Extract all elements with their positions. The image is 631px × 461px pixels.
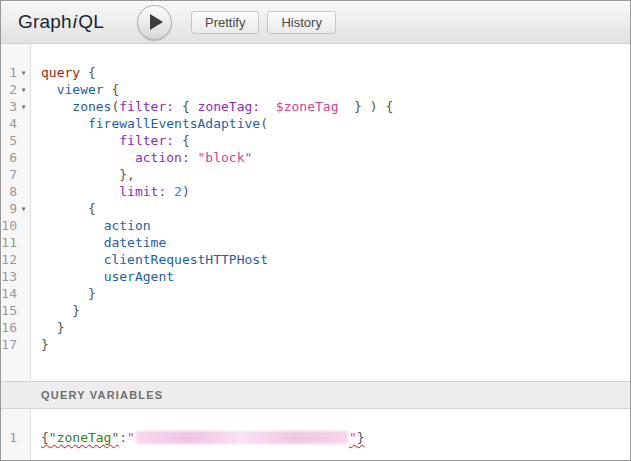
prettify-button[interactable]: Prettify: [191, 11, 259, 34]
fold-spacer: [17, 115, 30, 132]
line-number: 15: [1, 302, 17, 319]
line-number: 1: [1, 429, 17, 446]
code-token: [41, 133, 119, 148]
gutter-row: 5: [1, 132, 30, 149]
code-line: firewallEventsAdaptive(: [41, 115, 630, 132]
code-token: ): [182, 184, 190, 199]
variables-editor-code[interactable]: {"zoneTag":""}: [31, 409, 630, 460]
fold-spacer: [17, 336, 30, 353]
code-token: [41, 150, 135, 165]
fold-spacer: [17, 183, 30, 200]
code-token: :: [119, 430, 127, 445]
graphiql-logo: GraphiQL: [18, 11, 104, 33]
code-token: [41, 201, 88, 216]
fold-arrow-icon[interactable]: ▾: [17, 98, 30, 115]
fold-spacer: [17, 132, 30, 149]
gutter-row: 2▾: [1, 81, 30, 98]
fold-spacer: [17, 302, 30, 319]
code-token: clientRequestHTTPHost: [104, 252, 268, 267]
code-token: query: [41, 65, 80, 80]
query-editor[interactable]: 1▾2▾3▾456789▾1011121314151617 query { vi…: [1, 44, 630, 381]
line-number: 7: [1, 166, 17, 183]
gutter-row: 4: [1, 115, 30, 132]
code-token: }: [41, 320, 64, 335]
gutter-row: 8: [1, 183, 30, 200]
code-token: action: [104, 218, 151, 233]
gutter-row: 9▾: [1, 200, 30, 217]
variables-editor[interactable]: 1 {"zoneTag":""}: [1, 409, 630, 460]
code-token: {: [88, 201, 96, 216]
line-number: 12: [1, 251, 17, 268]
code-token: }: [357, 430, 365, 445]
code-token: }: [41, 303, 80, 318]
graphiql-window: GraphiQL Prettify History 1▾2▾3▾456789▾1…: [0, 0, 631, 461]
play-icon: [150, 14, 163, 30]
gutter-row: 11: [1, 234, 30, 251]
fold-spacer: [17, 429, 30, 446]
code-token: filter:: [119, 133, 174, 148]
query-editor-code[interactable]: query { viewer { zones(filter: { zoneTag…: [31, 44, 630, 381]
query-editor-gutter: 1▾2▾3▾456789▾1011121314151617: [1, 44, 31, 381]
code-token: limit:: [119, 184, 166, 199]
fold-spacer: [17, 319, 30, 336]
fold-spacer: [17, 251, 30, 268]
code-token: [41, 167, 119, 182]
fold-spacer: [17, 234, 30, 251]
code-token: [190, 150, 198, 165]
line-number: 10: [1, 217, 17, 234]
code-line: }: [41, 336, 630, 353]
line-number: 2: [1, 81, 17, 98]
code-line: clientRequestHTTPHost: [41, 251, 630, 268]
gutter-row: 7: [1, 166, 30, 183]
code-token: zoneTag:: [198, 99, 261, 114]
code-token: [41, 116, 88, 131]
code-token: [41, 99, 72, 114]
fold-arrow-icon[interactable]: ▾: [17, 64, 30, 81]
query-variables-title: QUERY VARIABLES: [41, 389, 163, 401]
line-number: 8: [1, 183, 17, 200]
code-token: [41, 235, 104, 250]
line-number: 3: [1, 98, 17, 115]
code-line: {"zoneTag":""}: [41, 429, 630, 446]
gutter-row: 12: [1, 251, 30, 268]
fold-spacer: [17, 268, 30, 285]
code-line: datetime: [41, 234, 630, 251]
code-token: [41, 252, 104, 267]
code-token: $zoneTag: [276, 99, 339, 114]
code-line: action: "block": [41, 149, 630, 166]
code-token: "zoneTag": [49, 430, 119, 445]
code-token: } ) {: [338, 99, 393, 114]
fold-arrow-icon[interactable]: ▾: [17, 200, 30, 217]
code-line: {: [41, 200, 630, 217]
code-token: 2: [174, 184, 182, 199]
code-line: }: [41, 319, 630, 336]
code-token: [41, 184, 119, 199]
line-number: 6: [1, 149, 17, 166]
code-token: [41, 269, 104, 284]
query-variables-header[interactable]: QUERY VARIABLES: [1, 381, 630, 409]
code-line: limit: 2): [41, 183, 630, 200]
code-token: (: [260, 116, 268, 131]
gutter-row: 14: [1, 285, 30, 302]
gutter-row: 16: [1, 319, 30, 336]
fold-arrow-icon[interactable]: ▾: [17, 81, 30, 98]
fold-spacer: [17, 285, 30, 302]
code-token: {: [174, 133, 190, 148]
code-line: zones(filter: { zoneTag: $zoneTag } ) {: [41, 98, 630, 115]
code-token: datetime: [104, 235, 167, 250]
fold-spacer: [17, 217, 30, 234]
code-line: userAgent: [41, 268, 630, 285]
code-token: zones: [72, 99, 111, 114]
code-token: [41, 82, 57, 97]
code-token: userAgent: [104, 269, 174, 284]
line-number: 14: [1, 285, 17, 302]
code-token: },: [119, 167, 135, 182]
code-token: {: [80, 65, 96, 80]
fold-spacer: [17, 149, 30, 166]
code-token: }: [41, 286, 96, 301]
execute-query-button[interactable]: [137, 5, 172, 40]
history-button[interactable]: History: [267, 11, 335, 34]
code-token: {: [104, 82, 120, 97]
gutter-row: 1▾: [1, 64, 30, 81]
gutter-row: 10: [1, 217, 30, 234]
